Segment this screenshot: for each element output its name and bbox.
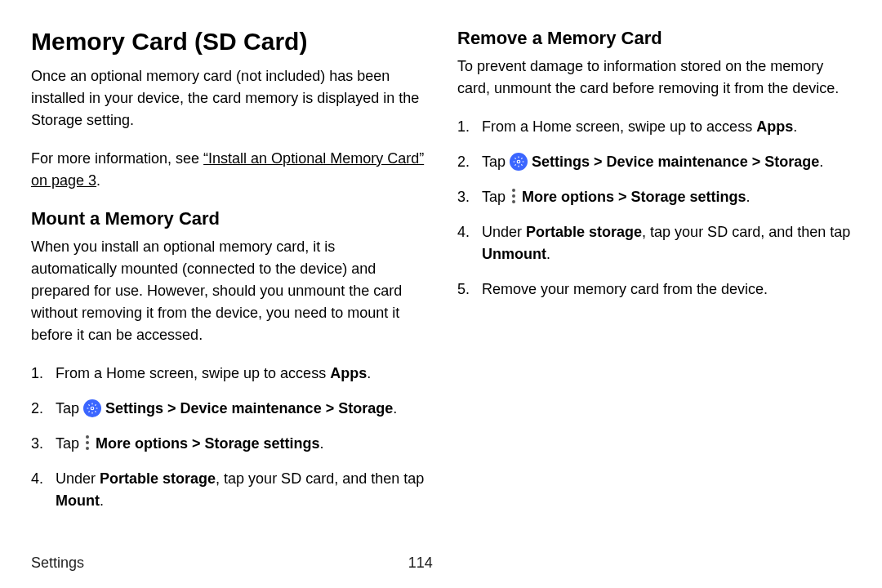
left-column: Memory Card (SD Card) Once an optional m…: [31, 28, 425, 525]
svg-point-0: [91, 408, 94, 411]
list-item: From a Home screen, swipe up to access A…: [457, 116, 851, 138]
mount-steps: From a Home screen, swipe up to access A…: [31, 363, 425, 512]
footer-section: Settings: [31, 555, 84, 572]
remove-steps: From a Home screen, swipe up to access A…: [457, 116, 851, 301]
list-item: Tap More options > Storage settings.: [31, 433, 425, 455]
right-column: Remove a Memory Card To prevent damage t…: [457, 28, 851, 525]
page-columns: Memory Card (SD Card) Once an optional m…: [31, 28, 851, 525]
list-item: Under Portable storage, tap your SD card…: [457, 221, 851, 265]
more-options-icon: [84, 435, 91, 450]
more-info-suffix: .: [96, 172, 100, 189]
remove-heading: Remove a Memory Card: [457, 28, 851, 49]
list-item: Under Portable storage, tap your SD card…: [31, 468, 425, 512]
page-number: 114: [408, 555, 433, 572]
more-info-prefix: For more information, see: [31, 150, 203, 167]
intro-text: Once an optional memory card (not includ…: [31, 65, 425, 131]
page-title: Memory Card (SD Card): [31, 28, 425, 56]
mount-heading: Mount a Memory Card: [31, 208, 425, 229]
list-item: From a Home screen, swipe up to access A…: [31, 363, 425, 385]
list-item: Tap Settings > Device maintenance > Stor…: [457, 151, 851, 173]
list-item: Tap More options > Storage settings.: [457, 186, 851, 208]
list-item: Remove your memory card from the device.: [457, 278, 851, 301]
mount-intro: When you install an optional memory card…: [31, 236, 425, 346]
svg-point-1: [517, 161, 520, 164]
more-info-text: For more information, see “Install an Op…: [31, 148, 425, 192]
settings-icon: [510, 153, 528, 171]
settings-icon: [83, 399, 101, 417]
list-item: Tap Settings > Device maintenance > Stor…: [31, 398, 425, 420]
page-footer: Settings 114: [31, 555, 851, 572]
more-options-icon: [510, 189, 517, 203]
remove-intro: To prevent damage to information stored …: [457, 56, 851, 100]
